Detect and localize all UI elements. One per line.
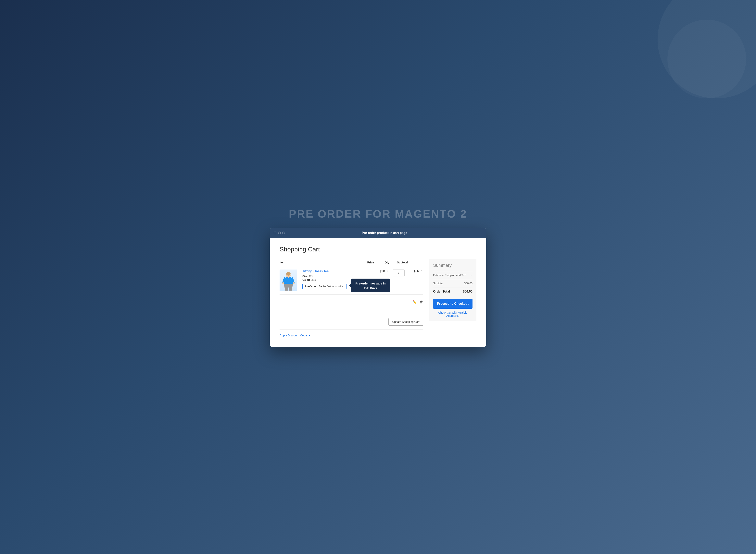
preorder-box: Pre-Order: Be the first to buy this. bbox=[302, 284, 347, 289]
svg-point-1 bbox=[286, 272, 291, 276]
cart-divider bbox=[280, 314, 423, 314]
product-subtotal-cell: $56.00 bbox=[408, 266, 423, 294]
subtotal-value: $56.00 bbox=[464, 282, 472, 285]
order-total-row: Order Total $56.00 bbox=[433, 287, 472, 296]
estimate-shipping-label: Estimate Shipping and Tax bbox=[433, 274, 466, 277]
preorder-message: Be the first to buy this. bbox=[319, 285, 344, 288]
col-qty: Qty bbox=[374, 259, 390, 266]
qty-input[interactable] bbox=[393, 270, 405, 276]
summary-section: Summary Estimate Shipping and Tax ⌄ Subt… bbox=[429, 259, 476, 337]
browser-dot-3 bbox=[282, 231, 285, 234]
apply-discount-link[interactable]: Apply Discount Code ▼ bbox=[280, 334, 423, 337]
preorder-tooltip: Pre-order message in cart page bbox=[351, 279, 390, 292]
col-price: Price bbox=[299, 259, 374, 266]
product-details-cell: Tiffany Fitness Tee Size: XS Color: Blue bbox=[299, 266, 374, 294]
cart-actions-row: ✏️ 🗑 bbox=[280, 294, 423, 310]
discount-label: Apply Discount Code bbox=[280, 334, 307, 337]
product-subtotal: $56.00 bbox=[414, 269, 423, 273]
shopping-cart-heading: Shopping Cart bbox=[280, 246, 476, 253]
product-qty-cell[interactable] bbox=[389, 266, 408, 294]
browser-dot-2 bbox=[278, 231, 281, 234]
update-cart-button[interactable]: Update Shopping Cart bbox=[389, 318, 423, 326]
product-info: Tiffany Fitness Tee Size: XS Color: Blue bbox=[299, 270, 374, 289]
browser-bar: Pre-order product in cart page bbox=[270, 228, 486, 238]
product-image-cell bbox=[280, 266, 299, 294]
product-price: $28.00 bbox=[380, 270, 389, 273]
product-name[interactable]: Tiffany Fitness Tee bbox=[302, 270, 374, 273]
row-actions-cell: ✏️ 🗑 bbox=[389, 294, 423, 310]
browser-window: Pre-order product in cart page Shopping … bbox=[270, 228, 486, 347]
proceed-to-checkout-button[interactable]: Proceed to Checkout bbox=[433, 299, 472, 309]
empty-cell bbox=[280, 294, 389, 310]
product-image bbox=[280, 270, 297, 291]
cart-item-row: Tiffany Fitness Tee Size: XS Color: Blue bbox=[280, 266, 423, 294]
order-total-value: $56.00 bbox=[463, 290, 472, 293]
col-subtotal: Subtotal bbox=[389, 259, 408, 266]
preorder-area: Pre-Order: Be the first to buy this. Pre… bbox=[302, 282, 347, 289]
col-item: Item bbox=[280, 259, 299, 266]
subtotal-row: Subtotal $56.00 bbox=[433, 279, 472, 287]
svg-rect-4 bbox=[288, 277, 289, 278]
browser-content: Shopping Cart Item Price Qty Subtotal bbox=[270, 238, 486, 347]
summary-box: Summary Estimate Shipping and Tax ⌄ Subt… bbox=[429, 259, 476, 321]
page-title: PRE ORDER FOR MAGENTO 2 bbox=[289, 207, 467, 220]
order-total-label: Order Total bbox=[433, 290, 450, 293]
delete-icon[interactable]: 🗑 bbox=[420, 300, 423, 304]
estimate-shipping-row[interactable]: Estimate Shipping and Tax ⌄ bbox=[433, 271, 472, 279]
chevron-down-icon: ▼ bbox=[308, 334, 311, 337]
cart-actions: ✏️ 🗑 bbox=[389, 298, 423, 307]
main-layout: Item Price Qty Subtotal bbox=[280, 259, 476, 337]
cart-section: Item Price Qty Subtotal bbox=[280, 259, 423, 337]
browser-title: Pre-order product in cart page bbox=[287, 231, 482, 235]
summary-title: Summary bbox=[433, 263, 472, 268]
cart-table: Item Price Qty Subtotal bbox=[280, 259, 423, 310]
estimate-chevron-icon: ⌄ bbox=[470, 274, 472, 277]
multi-address-link[interactable]: Check Out with Multiple Addresses bbox=[433, 311, 472, 317]
svg-point-2 bbox=[282, 282, 284, 284]
edit-icon[interactable]: ✏️ bbox=[412, 300, 416, 304]
svg-point-3 bbox=[293, 282, 295, 284]
subtotal-label: Subtotal bbox=[433, 282, 443, 285]
browser-dot-1 bbox=[274, 231, 276, 234]
preorder-label: Pre-Order: bbox=[305, 285, 317, 288]
product-size: Size: XS bbox=[302, 275, 374, 278]
